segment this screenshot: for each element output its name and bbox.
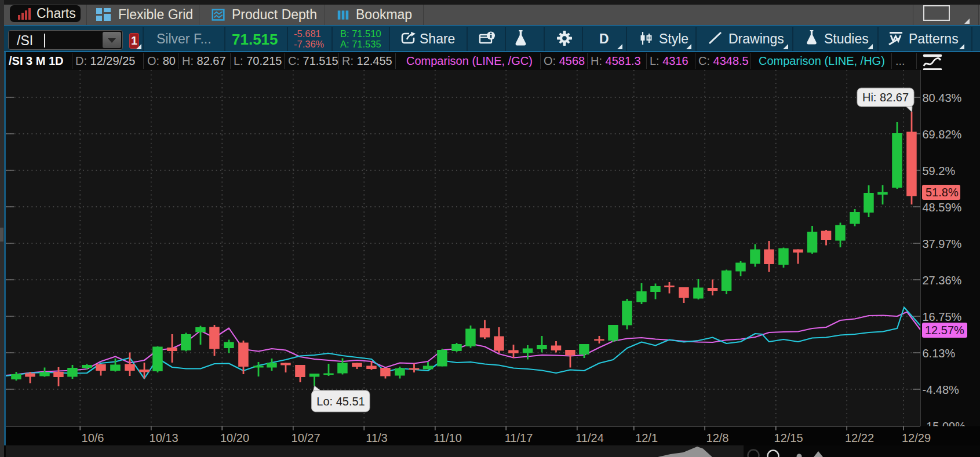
svg-text:27.36%: 27.36% (923, 274, 962, 287)
svg-text:51.8%: 51.8% (926, 186, 959, 199)
svg-text:11/17: 11/17 (505, 432, 533, 444)
svg-text:69.82%: 69.82% (923, 128, 962, 141)
svg-text:16.75%: 16.75% (923, 310, 962, 323)
svg-text:12/8: 12/8 (706, 432, 729, 444)
svg-text:Hi: 82.67: Hi: 82.67 (862, 91, 909, 104)
svg-text:37.97%: 37.97% (923, 237, 962, 250)
svg-text:80.43%: 80.43% (923, 92, 962, 104)
svg-text:10/27: 10/27 (292, 432, 320, 444)
svg-text:Lo: 45.51: Lo: 45.51 (316, 395, 365, 408)
svg-text:10/13: 10/13 (150, 432, 178, 444)
svg-text:10/20: 10/20 (220, 432, 249, 444)
svg-text:12/29: 12/29 (902, 432, 931, 444)
svg-text:10/6: 10/6 (82, 432, 104, 444)
svg-text:11/10: 11/10 (433, 432, 462, 444)
svg-text:11/24: 11/24 (575, 432, 604, 444)
svg-text:12.57%: 12.57% (925, 324, 964, 337)
svg-text:6.13%: 6.13% (923, 347, 956, 360)
svg-text:12/1: 12/1 (635, 432, 658, 444)
svg-text:59.2%: 59.2% (923, 164, 956, 177)
svg-text:12/15: 12/15 (774, 432, 803, 444)
svg-text:11/3: 11/3 (366, 432, 387, 444)
svg-text:12/22: 12/22 (845, 432, 874, 444)
svg-text:-4.48%: -4.48% (923, 383, 960, 396)
svg-text:48.59%: 48.59% (923, 201, 962, 214)
